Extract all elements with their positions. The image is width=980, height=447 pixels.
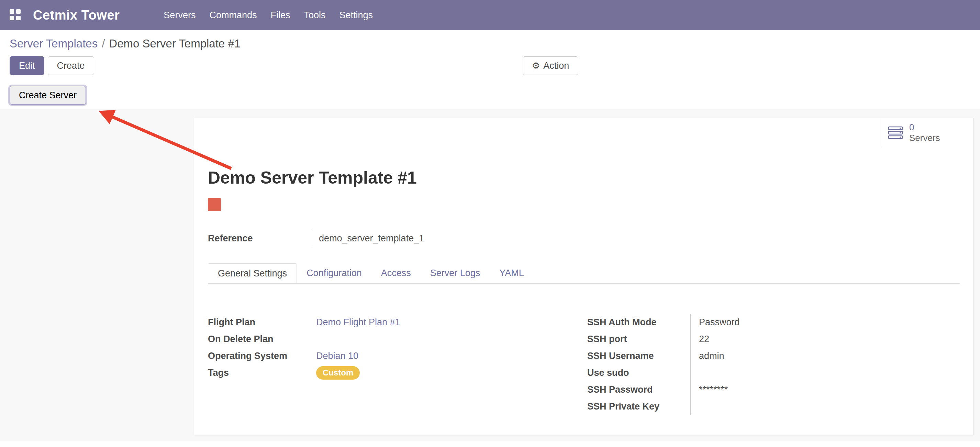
field-row-tags: Tags Custom	[208, 364, 587, 382]
field-label-on-delete-plan: On Delete Plan	[208, 331, 316, 348]
menu-item-files[interactable]: Files	[264, 0, 297, 30]
main-menu: Servers Commands Files Tools Settings	[157, 0, 380, 30]
field-groups: Flight Plan Demo Flight Plan #1 On Delet…	[208, 314, 960, 415]
tab-server-logs[interactable]: Server Logs	[421, 263, 490, 283]
field-label-operating-system: Operating System	[208, 348, 316, 364]
field-label-ssh-auth-mode: SSH Auth Mode	[587, 314, 690, 331]
edit-button[interactable]: Edit	[10, 56, 45, 75]
reference-field-row: Reference demo_server_template_1	[208, 230, 960, 246]
field-row-on-delete-plan: On Delete Plan	[208, 331, 587, 348]
field-value-ssh-private-key[interactable]	[690, 398, 960, 415]
field-row-ssh-username: SSH Username admin	[587, 348, 960, 364]
field-value-use-sudo[interactable]	[690, 364, 960, 382]
action-button-label: Action	[543, 61, 569, 71]
action-button[interactable]: ⚙ Action	[523, 56, 578, 75]
reference-field-label: Reference	[208, 230, 311, 246]
create-button[interactable]: Create	[48, 56, 94, 75]
field-row-operating-system: Operating System Debian 10	[208, 348, 587, 364]
tab-general-settings[interactable]: General Settings	[208, 263, 297, 283]
breadcrumb-parent-link[interactable]: Server Templates	[10, 37, 98, 50]
create-server-button[interactable]: Create Server	[10, 86, 86, 105]
gear-icon: ⚙	[532, 61, 540, 70]
tab-yaml[interactable]: YAML	[490, 263, 534, 283]
field-row-flight-plan: Flight Plan Demo Flight Plan #1	[208, 314, 587, 331]
field-label-ssh-private-key: SSH Private Key	[587, 398, 690, 415]
control-panel-buttons: Edit Create ⚙ Action	[10, 56, 970, 75]
field-label-flight-plan: Flight Plan	[208, 314, 316, 331]
top-navbar: Cetmix Tower Servers Commands Files Tool…	[0, 0, 980, 30]
reference-field-value[interactable]: demo_server_template_1	[311, 230, 424, 246]
field-value-ssh-auth-mode[interactable]: Password	[690, 314, 960, 331]
record-title: Demo Server Template #1	[208, 168, 960, 188]
breadcrumb-separator: /	[102, 37, 105, 50]
field-value-flight-plan[interactable]: Demo Flight Plan #1	[316, 317, 400, 328]
field-value-ssh-port[interactable]: 22	[690, 331, 960, 348]
field-group-left: Flight Plan Demo Flight Plan #1 On Delet…	[208, 314, 587, 415]
field-group-right: SSH Auth Mode Password SSH port 22 SSH U…	[587, 314, 960, 415]
page: Cetmix Tower Servers Commands Files Tool…	[0, 0, 980, 447]
menu-item-tools[interactable]: Tools	[297, 0, 332, 30]
stat-label: Servers	[909, 133, 940, 144]
apps-grid-icon[interactable]	[10, 9, 21, 21]
field-value-ssh-password[interactable]: ********	[690, 382, 960, 398]
tab-configuration[interactable]: Configuration	[297, 263, 371, 283]
app-brand[interactable]: Cetmix Tower	[33, 8, 119, 23]
breadcrumb-current: Demo Server Template #1	[109, 37, 240, 50]
field-label-ssh-port: SSH port	[587, 331, 690, 348]
color-swatch[interactable]	[208, 198, 221, 211]
object-actions-row: Create Server	[10, 86, 970, 105]
field-row-ssh-private-key: SSH Private Key	[587, 398, 960, 415]
content-area: 0 Servers Demo Server Template #1 Refere…	[0, 109, 980, 441]
field-label-ssh-username: SSH Username	[587, 348, 690, 364]
form-sheet: 0 Servers Demo Server Template #1 Refere…	[194, 118, 974, 435]
field-row-use-sudo: Use sudo	[587, 364, 960, 382]
control-panel: Server Templates / Demo Server Template …	[0, 30, 980, 109]
notebook-tabs: General Settings Configuration Access Se…	[208, 263, 960, 284]
field-label-tags: Tags	[208, 364, 316, 382]
button-box-strip: 0 Servers	[194, 118, 974, 147]
field-value-ssh-username[interactable]: admin	[690, 348, 960, 364]
field-label-use-sudo: Use sudo	[587, 364, 690, 382]
tab-access[interactable]: Access	[371, 263, 421, 283]
sheet-body: Demo Server Template #1 Reference demo_s…	[194, 168, 974, 415]
stat-value: 0	[909, 122, 940, 133]
menu-item-commands[interactable]: Commands	[202, 0, 264, 30]
field-value-operating-system[interactable]: Debian 10	[316, 351, 358, 361]
stat-text: 0 Servers	[909, 122, 940, 144]
servers-icon	[888, 126, 904, 140]
menu-item-servers[interactable]: Servers	[157, 0, 202, 30]
field-row-ssh-port: SSH port 22	[587, 331, 960, 348]
field-row-ssh-auth-mode: SSH Auth Mode Password	[587, 314, 960, 331]
menu-item-settings[interactable]: Settings	[332, 0, 380, 30]
field-label-ssh-password: SSH Password	[587, 382, 690, 398]
servers-stat-button[interactable]: 0 Servers	[880, 118, 974, 147]
tag-badge-custom[interactable]: Custom	[316, 366, 360, 380]
breadcrumb: Server Templates / Demo Server Template …	[10, 37, 970, 50]
field-row-ssh-password: SSH Password ********	[587, 382, 960, 398]
field-value-on-delete-plan[interactable]	[316, 331, 587, 348]
